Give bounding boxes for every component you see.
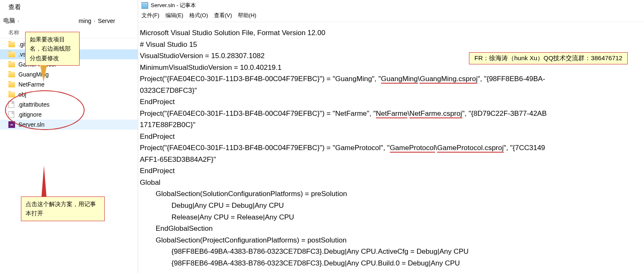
breadcrumb-item[interactable]: ming (79, 18, 91, 24)
folder-icon (8, 92, 15, 97)
text-line: Project("{FAE04EC0-301F-11D3-BF4B-00C04F… (140, 75, 381, 83)
text-line: {98FF8EB6-49BA-4383-B786-0323CE7D8FC3}.D… (140, 259, 460, 267)
item-label: Server.sln (18, 121, 44, 128)
folder-item-netfarme[interactable]: NetFarme (0, 79, 138, 89)
folder-icon (8, 42, 15, 47)
underlined-text: GameProtocol.csproj (437, 144, 504, 153)
text-line: Microsoft Visual Studio Solution File, F… (140, 29, 325, 37)
text-line: MinimumVisualStudioVersion = 10.0.40219.… (140, 64, 281, 71)
text-line: 0323CE7D8FC3}" (140, 87, 197, 94)
chevron-right-icon: › (18, 18, 19, 23)
text-line: EndGlobalSection (140, 225, 213, 232)
explorer-panel: 查看 电脑 › ming › Server 名称 .git .vs GamePr… (0, 0, 138, 273)
text-line: Global (140, 179, 160, 186)
folder-icon (8, 72, 15, 77)
underlined-text: GameProtocol (390, 144, 435, 153)
file-item-gitattributes[interactable]: .gitattributes (0, 100, 138, 110)
window-title: Server.sln - 记事本 (151, 2, 196, 9)
sln-icon: ∞ (8, 121, 15, 128)
item-label: NetFarme (18, 81, 44, 88)
annotation-callout-top: 如果要改项目名，右边画线部分也要修改 (25, 32, 80, 66)
folder-icon (8, 52, 15, 57)
text-line: Project("{FAE04EC0-301F-11D3-BF4B-00C04F… (140, 144, 390, 152)
notepad-menubar: 文件(F) 编辑(E) 格式(O) 查看(V) 帮助(H) (138, 11, 644, 22)
text: ", "{98FF8EB6-49BA- (477, 75, 545, 83)
notepad-window: Server.sln - 记事本 文件(F) 编辑(E) 格式(O) 查看(V)… (138, 0, 644, 273)
underlined-text: GuangMing (381, 75, 418, 84)
breadcrumb[interactable]: 电脑 › ming › Server (0, 15, 138, 27)
folder-icon (8, 62, 15, 67)
file-icon (8, 111, 14, 118)
menu-edit[interactable]: 编辑(E) (165, 12, 183, 19)
text-line: VisualStudioVersion = 15.0.28307.1082 (140, 52, 265, 60)
folder-icon (8, 82, 15, 87)
text-line: Project("{FAE04EC0-301F-11D3-BF4B-00C04F… (140, 110, 376, 117)
text-line: # Visual Studio 15 (140, 41, 197, 48)
text-line: EndProject (140, 133, 175, 140)
notepad-titlebar: Server.sln - 记事本 (138, 0, 644, 11)
file-icon (8, 101, 14, 108)
annotation-callout-right: FR：徐海涛（hunk Xu）QQ技术交流群：386476712 (469, 52, 628, 64)
breadcrumb-item[interactable]: Server (98, 18, 115, 24)
menu-help[interactable]: 帮助(H) (238, 12, 256, 19)
menu-view[interactable]: 查看(V) (214, 12, 232, 19)
file-item-server-sln[interactable]: ∞Server.sln (0, 120, 138, 130)
underlined-text: NetFarme (376, 110, 408, 118)
text-line: EndProject (140, 167, 175, 175)
text-line: Debug|Any CPU = Debug|Any CPU (140, 202, 284, 209)
file-item-gitignore[interactable]: .gitignore (0, 110, 138, 120)
menu-file[interactable]: 文件(F) (142, 12, 160, 19)
underlined-text: NetFarme.csproj (410, 110, 462, 118)
chevron-right-icon: › (94, 18, 95, 23)
text-line: AFF1-65E3D3B84A2F}" (140, 156, 216, 163)
underlined-text: GuangMing.csproj (420, 75, 477, 84)
folder-item-obj[interactable]: obj (0, 89, 138, 100)
text-line: GlobalSection(ProjectConfigurationPlatfo… (140, 236, 347, 244)
text-line: {98FF8EB6-49BA-4383-B786-0323CE7D8FC3}.D… (140, 247, 469, 255)
folder-item-guangming[interactable]: GuangMing (0, 69, 138, 79)
text-line: Release|Any CPU = Release|Any CPU (140, 213, 294, 221)
item-label: .gitattributes (18, 101, 49, 108)
breadcrumb-item[interactable]: 电脑 (3, 17, 15, 25)
text-line: GlobalSection(SolutionConfigurationPlatf… (140, 190, 347, 198)
item-label: .gitignore (18, 111, 42, 118)
item-label: obj (18, 91, 26, 98)
text: ", "{8D79C22F-3B77-42AB (462, 110, 547, 117)
annotation-callout-bottom: 点击这个解决方案，用记事本打开 (21, 196, 105, 221)
text-line: EndProject (140, 98, 175, 106)
notepad-icon (142, 2, 148, 9)
text-line: 1717E88F2B0C}" (140, 121, 196, 129)
text: ", "{7CC3149 (504, 144, 545, 152)
explorer-view-tab[interactable]: 查看 (0, 0, 138, 15)
menu-format[interactable]: 格式(O) (189, 12, 208, 19)
